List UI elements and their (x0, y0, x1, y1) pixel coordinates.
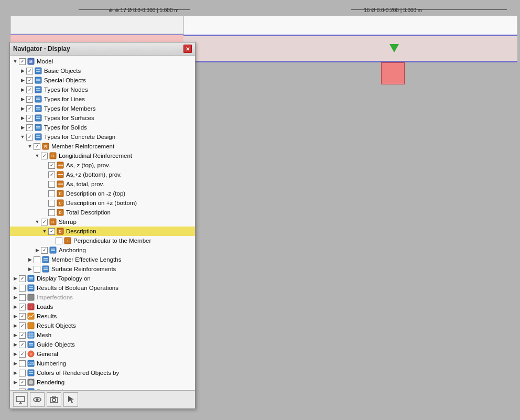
checkbox-types-lines[interactable] (26, 96, 33, 103)
tree-item-guide-objects[interactable]: ▶Guide Objects (10, 340, 195, 349)
checkbox-types-concrete[interactable] (26, 134, 33, 141)
checkbox-special-objects[interactable] (26, 77, 33, 84)
expander-result-objects[interactable]: ▶ (12, 322, 18, 329)
checkbox-imperfections[interactable] (19, 294, 26, 301)
tree-item-display-topo[interactable]: ▶Display Topology on (10, 274, 195, 283)
checkbox-member-reinf[interactable] (34, 143, 40, 150)
checkbox-types-solids[interactable] (26, 124, 33, 131)
cursor-button[interactable] (63, 392, 78, 407)
tree-item-numbering[interactable]: ▶123Numbering (10, 359, 195, 368)
checkbox-desc-neg[interactable] (48, 190, 55, 197)
tree-item-as-top[interactable]: As,-z (top), prov. (10, 160, 195, 170)
tree-item-long-reinf[interactable]: ▼RLongitudinal Reinforcement (10, 151, 195, 160)
tree-item-surf-reinf[interactable]: ▶Surface Reinforcements (10, 264, 195, 274)
tree-item-mesh[interactable]: ▶Mesh (10, 330, 195, 340)
tree-item-as-bottom[interactable]: As,+z (bottom), prov. (10, 170, 195, 179)
checkbox-bool-ops[interactable] (19, 285, 26, 292)
checkbox-desc-pos[interactable] (48, 200, 55, 207)
tree-item-eff-lengths[interactable]: ▶Member Effective Lengths (10, 255, 195, 264)
expander-special-objects[interactable]: ▶ (19, 77, 26, 83)
checkbox-description[interactable] (48, 228, 55, 235)
tree-item-types-concrete[interactable]: ▼Types for Concrete Design (10, 132, 195, 142)
checkbox-result-objects[interactable] (19, 322, 26, 329)
checkbox-types-members[interactable] (26, 105, 33, 112)
tree-item-member-reinf[interactable]: ▼RMember Reinforcement (10, 142, 195, 151)
expander-types-lines[interactable]: ▶ (19, 96, 26, 102)
tree-item-description[interactable]: ▼DDescription (10, 227, 195, 236)
expander-anchoring[interactable]: ▶ (34, 247, 40, 253)
tree-item-basic-objects[interactable]: ▶Basic Objects (10, 66, 195, 76)
tree-item-desc-neg[interactable]: DDescription on -z (top) (10, 189, 195, 198)
tree-item-types-lines[interactable]: ▶Types for Lines (10, 94, 195, 104)
tree-item-as-total[interactable]: As, total, prov. (10, 179, 195, 189)
tree-item-colors-rendered[interactable]: ▶Colors of Rendered Objects by (10, 368, 195, 378)
expander-general[interactable]: ▶ (12, 351, 18, 357)
checkbox-perp-member[interactable] (56, 238, 62, 244)
tree-content[interactable]: ▼MModel▶Basic Objects▶Special Objects▶Ty… (10, 56, 195, 390)
tree-item-model[interactable]: ▼MModel (10, 57, 195, 66)
checkbox-as-total[interactable] (48, 181, 55, 188)
tree-item-result-objects[interactable]: ▶Result Objects (10, 321, 195, 330)
close-button[interactable]: ✕ (183, 45, 192, 53)
checkbox-types-surfaces[interactable] (26, 115, 33, 122)
camera-button[interactable] (47, 392, 61, 407)
tree-item-loads[interactable]: ▶↓Loads (10, 302, 195, 311)
checkbox-mesh[interactable] (19, 332, 26, 339)
expander-stirrup[interactable]: ▼ (34, 219, 40, 225)
checkbox-display-topo[interactable] (19, 275, 26, 282)
tree-item-types-nodes[interactable]: ▶Types for Nodes (10, 85, 195, 94)
expander-as-top[interactable] (41, 162, 48, 168)
expander-imperfections[interactable]: ▶ (12, 294, 18, 300)
checkbox-guide-objects[interactable] (19, 341, 26, 348)
tree-item-special-objects[interactable]: ▶Special Objects (10, 76, 195, 85)
checkbox-eff-lengths[interactable] (34, 256, 40, 263)
expander-numbering[interactable]: ▶ (12, 360, 18, 367)
expander-perp-member[interactable] (49, 238, 55, 244)
tree-item-general[interactable]: ▶iGeneral (10, 349, 195, 359)
checkbox-loads[interactable] (19, 304, 26, 310)
checkbox-long-reinf[interactable] (41, 153, 48, 159)
display-button[interactable] (13, 392, 28, 407)
checkbox-total-desc[interactable] (48, 209, 55, 216)
checkbox-as-top[interactable] (48, 162, 55, 169)
expander-total-desc[interactable] (41, 209, 48, 216)
tree-item-bool-ops[interactable]: ▶Results of Boolean Operations (10, 283, 195, 293)
checkbox-types-nodes[interactable] (26, 87, 33, 93)
checkbox-model[interactable] (19, 58, 26, 65)
expander-types-concrete[interactable]: ▼ (19, 134, 26, 140)
checkbox-general[interactable] (19, 351, 26, 358)
expander-rendering[interactable]: ▶ (12, 379, 18, 385)
expander-description[interactable]: ▼ (41, 228, 48, 234)
tree-item-anchoring[interactable]: ▶Anchoring (10, 245, 195, 255)
checkbox-as-bottom[interactable] (48, 171, 55, 178)
tree-item-results[interactable]: ▶Results (10, 311, 195, 321)
tree-item-imperfections[interactable]: ▶Imperfections (10, 293, 195, 302)
checkbox-results[interactable] (19, 313, 26, 320)
expander-desc-pos[interactable] (41, 200, 48, 206)
expander-surf-reinf[interactable]: ▶ (27, 266, 33, 272)
checkbox-anchoring[interactable] (41, 247, 48, 254)
tree-item-total-desc[interactable]: DTotal Description (10, 208, 195, 217)
expander-long-reinf[interactable]: ▼ (34, 153, 40, 159)
tree-item-types-surfaces[interactable]: ▶Types for Surfaces (10, 113, 195, 123)
expander-model[interactable]: ▼ (12, 58, 18, 64)
expander-results[interactable]: ▶ (12, 313, 18, 319)
expander-basic-objects[interactable]: ▶ (19, 68, 26, 74)
expander-types-members[interactable]: ▶ (19, 105, 26, 112)
tree-item-types-solids[interactable]: ▶Types for Solids (10, 123, 195, 132)
expander-types-nodes[interactable]: ▶ (19, 87, 26, 93)
expander-bool-ops[interactable]: ▶ (12, 285, 18, 291)
checkbox-numbering[interactable] (19, 360, 26, 367)
checkbox-basic-objects[interactable] (26, 68, 33, 74)
tree-item-stirrup[interactable]: ▼RStirrup (10, 217, 195, 227)
expander-as-bottom[interactable] (41, 171, 48, 178)
tree-item-perp-member[interactable]: ⊥Perpendicular to the Member (10, 236, 195, 245)
expander-loads[interactable]: ▶ (12, 304, 18, 310)
expander-guide-objects[interactable]: ▶ (12, 341, 18, 348)
tree-item-desc-pos[interactable]: DDescription on +z (bottom) (10, 198, 195, 208)
tree-item-rendering[interactable]: ▶Rendering (10, 378, 195, 387)
eye-button[interactable] (30, 392, 45, 407)
expander-mesh[interactable]: ▶ (12, 332, 18, 338)
checkbox-surf-reinf[interactable] (34, 266, 40, 273)
checkbox-rendering[interactable] (19, 379, 26, 386)
